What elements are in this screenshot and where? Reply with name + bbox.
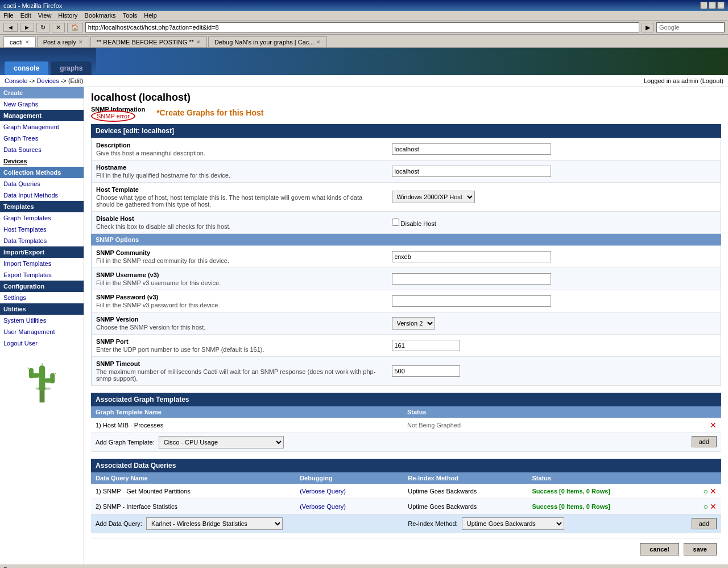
- sidebar-item-devices[interactable]: Devices: [0, 155, 84, 167]
- breadcrumb-devices[interactable]: Devices: [37, 77, 59, 84]
- header-banner: [96, 48, 728, 75]
- field-row-snmp-port: SNMP Port Enter the UDP port number to u…: [92, 335, 721, 357]
- data-query-2-reindex-icon[interactable]: ○: [703, 502, 708, 511]
- snmp-info-section: SNMP Information SNMP error *Create Grap…: [91, 106, 721, 120]
- data-query-2-reindex: Uptime Goes Backwards: [403, 499, 527, 515]
- field-input-snmp-timeout[interactable]: [392, 365, 460, 377]
- sidebar-item-settings[interactable]: Settings: [0, 292, 84, 303]
- field-label-snmp-username: SNMP Username (v3): [96, 271, 383, 278]
- browser-tab-debug[interactable]: Debug NaN's in your graphs | Cac... ✕: [208, 36, 328, 47]
- save-button[interactable]: save: [684, 543, 717, 555]
- field-input-snmp-username[interactable]: [392, 273, 551, 285]
- menu-help[interactable]: Help: [144, 12, 157, 19]
- browser-tab-readme[interactable]: ** README BEFORE POSTING ** ✕: [90, 36, 207, 47]
- cancel-button[interactable]: cancel: [640, 543, 679, 555]
- sidebar-item-logout-user[interactable]: Logout User: [0, 337, 84, 349]
- sidebar-item-export-templates[interactable]: Export Templates: [0, 269, 84, 281]
- data-query-1-delete-icon[interactable]: ✕: [710, 487, 717, 496]
- window-controls[interactable]: _ □ ✕: [700, 2, 725, 9]
- maximize-button[interactable]: □: [709, 2, 716, 9]
- field-row-hostname: Hostname Fill in the fully qualified hos…: [92, 160, 721, 183]
- stop-button[interactable]: ✕: [52, 23, 65, 32]
- field-row-description: Description Give this host a meaningful …: [92, 138, 721, 160]
- field-input-snmp-port[interactable]: [392, 340, 460, 351]
- tab-console[interactable]: console: [5, 61, 48, 75]
- url-input[interactable]: [85, 22, 639, 32]
- sidebar-item-graph-trees[interactable]: Graph Trees: [0, 133, 84, 144]
- field-desc-description: Give this host a meaningful description.: [96, 150, 383, 157]
- field-desc-snmp-port: Enter the UDP port number to use for SNM…: [96, 346, 383, 353]
- field-select-host-template[interactable]: Windows 2000/XP Host Linux/Unix Host Gen…: [392, 191, 475, 203]
- data-query-col-reindex: Re-Index Method: [403, 472, 527, 484]
- reload-button[interactable]: ↻: [36, 23, 49, 32]
- data-query-2-delete-icon[interactable]: ✕: [710, 502, 717, 511]
- sidebar-item-graph-management[interactable]: Graph Management: [0, 121, 84, 133]
- minimize-button[interactable]: _: [700, 2, 708, 9]
- create-graphs-link[interactable]: *Create Graphs for this Host: [156, 108, 263, 117]
- tab-close-cacti[interactable]: ✕: [25, 39, 30, 45]
- sidebar-item-user-management[interactable]: User Management: [0, 326, 84, 337]
- field-label-hostname: Hostname: [96, 164, 383, 171]
- forward-button[interactable]: ►: [20, 23, 34, 32]
- breadcrumb-console[interactable]: Console: [5, 77, 27, 84]
- add-graph-template-row: Add Graph Template: Cisco - CPU Usage Ho…: [91, 433, 721, 452]
- sidebar-configuration-header: Configuration: [0, 281, 84, 292]
- tab-close-readme[interactable]: ✕: [196, 39, 201, 45]
- sidebar-item-graph-templates[interactable]: Graph Templates: [0, 212, 84, 224]
- svg-rect-7: [50, 373, 55, 384]
- sidebar-management-header: Management: [0, 110, 84, 121]
- browser-tab-post-reply[interactable]: Post a reply ✕: [37, 36, 89, 47]
- sidebar-item-system-utilities[interactable]: System Utilities: [0, 315, 84, 326]
- tab-close-post-reply[interactable]: ✕: [78, 39, 83, 45]
- sidebar-item-data-input-methods[interactable]: Data Input Methods: [0, 190, 84, 201]
- sidebar-item-data-templates[interactable]: Data Templates: [0, 235, 84, 246]
- field-row-snmp-username: SNMP Username (v3) Fill in the SNMP v3 u…: [92, 268, 721, 290]
- graph-templates-table: Graph Template Name Status 1) Host MIB -…: [91, 406, 721, 452]
- sidebar-item-data-queries[interactable]: Data Queries: [0, 178, 84, 190]
- back-button[interactable]: ◄: [3, 23, 18, 32]
- tab-graphs[interactable]: graphs: [51, 61, 92, 75]
- sidebar-collection-header: Collection Methods: [0, 167, 84, 178]
- field-select-snmp-version[interactable]: Version 1 Version 2 Version 3: [392, 317, 435, 330]
- field-checkbox-disable-host[interactable]: [392, 219, 399, 226]
- data-query-2-verbose[interactable]: (Verbose Query): [300, 503, 346, 510]
- graph-template-1-delete-icon[interactable]: ✕: [710, 421, 717, 430]
- browser-title-text: cacti - Mozilla Firefox: [3, 2, 62, 9]
- menu-file[interactable]: File: [3, 12, 14, 19]
- reindex-method-select[interactable]: Uptime Goes Backwards Index Count Change…: [462, 517, 564, 530]
- field-input-snmp-password[interactable]: [392, 295, 551, 307]
- data-query-1-verbose[interactable]: (Verbose Query): [300, 488, 346, 495]
- add-graph-template-select[interactable]: Cisco - CPU Usage Host MIB - Traffic ucd…: [159, 436, 284, 448]
- field-row-host-template: Host Template Choose what type of host, …: [92, 183, 721, 212]
- snmp-options-header: SNMP Options: [91, 234, 721, 245]
- field-input-hostname[interactable]: [392, 166, 551, 177]
- sidebar-item-host-templates[interactable]: Host Templates: [0, 224, 84, 235]
- tab-close-debug[interactable]: ✕: [316, 39, 321, 45]
- menu-edit[interactable]: Edit: [20, 12, 31, 19]
- sidebar-item-new-graphs[interactable]: New Graphs: [0, 98, 84, 110]
- breadcrumb-current: (Edit): [68, 77, 83, 84]
- sidebar-item-data-sources[interactable]: Data Sources: [0, 144, 84, 155]
- menu-view[interactable]: View: [38, 12, 52, 19]
- close-button[interactable]: ✕: [717, 2, 725, 9]
- menu-bookmarks[interactable]: Bookmarks: [85, 12, 116, 19]
- field-label-disable-host: Disable Host: [96, 215, 383, 222]
- menu-tools[interactable]: Tools: [123, 12, 138, 19]
- data-query-1-status: Success [0 Items, 0 Rows]: [527, 484, 666, 499]
- field-label-host-template: Host Template: [96, 186, 383, 193]
- field-input-description[interactable]: [392, 143, 551, 155]
- add-data-query-button[interactable]: add: [692, 518, 717, 529]
- home-button[interactable]: 🏠: [67, 23, 83, 32]
- browser-tab-cacti[interactable]: cacti ✕: [3, 36, 36, 47]
- go-button[interactable]: ▶: [642, 23, 654, 32]
- data-query-1-reindex-icon[interactable]: ○: [703, 487, 708, 496]
- sidebar-item-import-templates[interactable]: Import Templates: [0, 258, 84, 269]
- menu-history[interactable]: History: [58, 12, 77, 19]
- field-label-snmp-community: SNMP Community: [96, 249, 383, 256]
- add-graph-template-button[interactable]: add: [692, 436, 717, 447]
- field-input-snmp-community[interactable]: [392, 251, 551, 262]
- search-input[interactable]: [656, 22, 725, 32]
- add-data-query-select[interactable]: Karlnet - Wireless Bridge Statistics SNM…: [146, 517, 283, 530]
- app-nav-tabs: console graphs: [0, 48, 96, 75]
- field-label-snmp-password: SNMP Password (v3): [96, 294, 383, 301]
